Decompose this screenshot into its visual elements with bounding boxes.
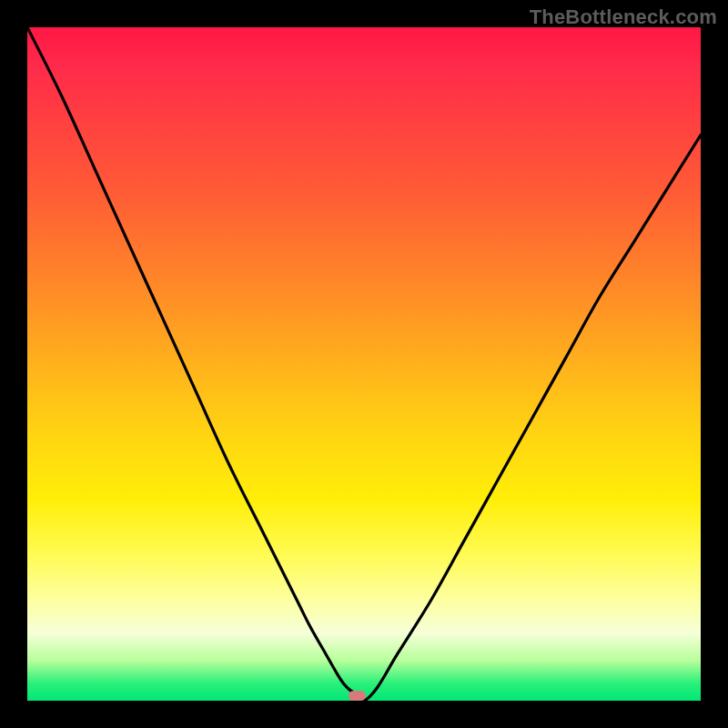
curve-minimum-marker — [349, 691, 366, 701]
watermark-text: TheBottleneck.com — [530, 5, 717, 29]
bottleneck-curve — [27, 27, 701, 701]
chart-frame: TheBottleneck.com — [0, 0, 728, 728]
plot-area — [27, 27, 701, 701]
